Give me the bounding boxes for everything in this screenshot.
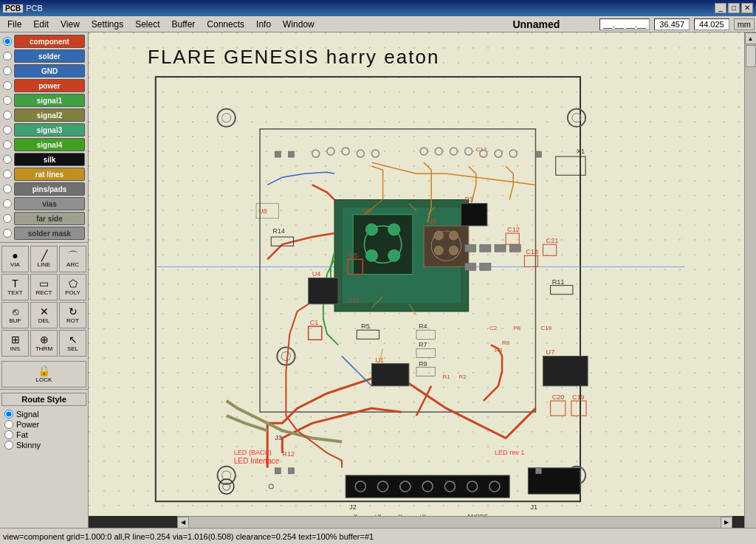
scroll-left-button[interactable]: ◀ bbox=[177, 517, 189, 528]
canvas-area[interactable]: FLARE GENESIS harry eaton bbox=[89, 32, 744, 544]
svg-text:R7: R7 bbox=[419, 341, 427, 348]
layer-power-btn[interactable]: power bbox=[14, 79, 85, 92]
route-fat: Fat bbox=[1, 430, 86, 440]
tool-ins[interactable]: ⊞ INS bbox=[1, 330, 29, 357]
vertical-scrollbar[interactable]: ▲ ▼ bbox=[744, 32, 756, 544]
layer-component-radio[interactable] bbox=[3, 37, 12, 46]
svg-point-67 bbox=[400, 481, 410, 492]
svg-text:R1: R1 bbox=[442, 373, 450, 380]
tool-line[interactable]: ╱ LINE bbox=[30, 246, 58, 272]
layer-gnd-radio[interactable] bbox=[3, 66, 12, 75]
tool-via[interactable]: ● VIA bbox=[1, 246, 29, 272]
svg-text:U4: U4 bbox=[312, 270, 321, 278]
tool-poly[interactable]: ⬠ POLY bbox=[59, 274, 86, 300]
layer-signal4-radio[interactable] bbox=[3, 140, 12, 149]
scroll-up-button[interactable]: ▲ bbox=[745, 32, 757, 44]
menu-view[interactable]: View bbox=[55, 18, 86, 31]
layer-farside-radio[interactable] bbox=[3, 214, 12, 223]
maximize-button[interactable]: □ bbox=[728, 3, 740, 13]
layer-soldermask-radio[interactable] bbox=[3, 229, 12, 238]
rot-label: ROT bbox=[66, 317, 79, 324]
svg-rect-58 bbox=[506, 233, 519, 244]
route-style-panel: Route Style Signal Power Fat Skinny bbox=[0, 389, 88, 453]
layer-solder-btn[interactable]: solder bbox=[14, 49, 85, 63]
layer-silk-btn[interactable]: silk bbox=[14, 153, 85, 166]
menu-file[interactable]: File bbox=[1, 18, 27, 31]
layer-signal1-btn[interactable]: signal1 bbox=[14, 94, 85, 107]
svg-rect-55 bbox=[416, 330, 435, 339]
layer-signal4-btn[interactable]: signal4 bbox=[14, 138, 85, 151]
layer-pinspads-btn[interactable]: pins/pads bbox=[14, 182, 85, 196]
layer-vias: vias bbox=[1, 196, 86, 211]
svg-point-70 bbox=[467, 481, 478, 492]
layer-solder-radio[interactable] bbox=[3, 52, 12, 61]
layer-farside-btn[interactable]: far side bbox=[14, 212, 85, 225]
svg-point-68 bbox=[422, 481, 433, 492]
tool-buf[interactable]: ⎋ BUF bbox=[1, 302, 29, 328]
svg-point-27 bbox=[465, 148, 472, 155]
layer-soldermask-btn[interactable]: solder mask bbox=[14, 227, 85, 240]
route-skinny-radio[interactable] bbox=[4, 441, 13, 450]
menu-window[interactable]: Window bbox=[277, 18, 320, 31]
route-fat-radio[interactable] bbox=[4, 430, 13, 439]
layer-power: power bbox=[1, 78, 86, 93]
del-icon: ✕ bbox=[40, 306, 49, 317]
thrm-icon: ⊕ bbox=[40, 334, 49, 345]
layer-ratlines-btn[interactable]: rat lines bbox=[14, 168, 85, 181]
horizontal-scroll-track[interactable] bbox=[189, 517, 721, 528]
svg-text:C17: C17 bbox=[476, 146, 487, 153]
tool-text[interactable]: T TEXT bbox=[1, 274, 29, 300]
route-signal-label: Signal bbox=[16, 410, 39, 419]
pcb-artwork: LED (BACK) LED Interface LED rev 1 U6 U5… bbox=[89, 32, 744, 516]
tool-rect[interactable]: ▭ RECT bbox=[30, 274, 58, 300]
menu-settings[interactable]: Settings bbox=[86, 18, 129, 31]
menu-info[interactable]: Info bbox=[250, 18, 277, 31]
tool-sel[interactable]: ↖ SEL bbox=[59, 330, 86, 357]
close-button[interactable]: ✕ bbox=[741, 3, 753, 13]
menu-edit[interactable]: Edit bbox=[27, 18, 55, 31]
svg-text:R2: R2 bbox=[459, 373, 467, 380]
layer-signal1-radio[interactable] bbox=[3, 96, 12, 105]
tool-del[interactable]: ✕ DEL bbox=[30, 302, 58, 328]
tool-lock[interactable]: 🔒 LOCK bbox=[1, 361, 86, 388]
vertical-scroll-track[interactable] bbox=[745, 44, 756, 532]
statusbar: view=component grid=1.000:0 all,R line=0… bbox=[0, 528, 756, 544]
title-controls[interactable]: _ □ ✕ bbox=[715, 3, 753, 13]
route-signal-radio[interactable] bbox=[4, 410, 13, 419]
menu-connects[interactable]: Connects bbox=[201, 18, 250, 31]
menubar: File Edit View Settings Select Buffer Co… bbox=[0, 16, 756, 32]
layer-vias-btn[interactable]: vias bbox=[14, 197, 85, 210]
svg-point-30 bbox=[509, 150, 517, 157]
tool-arc[interactable]: ⌒ ARC bbox=[59, 246, 86, 272]
left-panel: component solder GND power signal1 signa… bbox=[0, 32, 89, 544]
svg-point-31 bbox=[218, 109, 236, 126]
text-icon: T bbox=[12, 278, 18, 289]
svg-rect-44 bbox=[357, 330, 379, 339]
layer-gnd-btn[interactable]: GND bbox=[14, 64, 85, 78]
route-power-radio[interactable] bbox=[4, 420, 13, 429]
horizontal-scrollbar[interactable]: ◀ ▶ bbox=[177, 516, 732, 528]
scroll-right-button[interactable]: ▶ bbox=[721, 517, 732, 528]
layer-signal2-radio[interactable] bbox=[3, 111, 12, 120]
layer-component-btn[interactable]: component bbox=[14, 35, 85, 48]
minimize-button[interactable]: _ bbox=[715, 3, 726, 13]
layer-pinspads-radio[interactable] bbox=[3, 185, 12, 193]
layer-signal3-radio[interactable] bbox=[3, 125, 12, 134]
tool-thrm[interactable]: ⊕ THRM bbox=[30, 330, 58, 357]
scroll-thumb[interactable] bbox=[746, 45, 756, 67]
route-style-header[interactable]: Route Style bbox=[1, 393, 86, 406]
menu-select[interactable]: Select bbox=[129, 18, 165, 31]
layer-ratlines-radio[interactable] bbox=[3, 170, 12, 179]
layer-power-radio[interactable] bbox=[3, 81, 12, 90]
svg-point-66 bbox=[378, 481, 388, 492]
tool-rot[interactable]: ↻ ROT bbox=[59, 302, 86, 328]
svg-text:LED (BACK): LED (BACK) bbox=[234, 449, 272, 456]
layer-silk-radio[interactable] bbox=[3, 155, 12, 164]
menu-buffer[interactable]: Buffer bbox=[166, 18, 202, 31]
layer-signal2-btn[interactable]: signal2 bbox=[14, 109, 85, 122]
menubar-right: Unnamed __.__ __.__ 36.457 44.025 mm bbox=[506, 17, 755, 32]
layer-vias-radio[interactable] bbox=[3, 199, 12, 208]
svg-point-128 bbox=[219, 479, 234, 494]
layer-signal3-btn[interactable]: signal3 bbox=[14, 123, 85, 137]
route-signal: Signal bbox=[1, 409, 86, 419]
